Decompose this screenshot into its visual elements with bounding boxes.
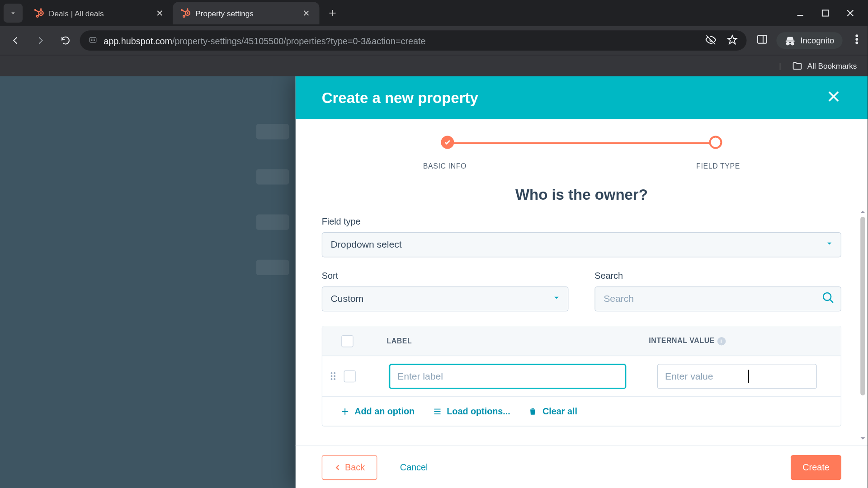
browser-tab-deals[interactable]: Deals | All deals bbox=[26, 2, 173, 24]
panel-close-button[interactable] bbox=[826, 89, 841, 107]
svg-point-11 bbox=[181, 9, 183, 11]
svg-point-5 bbox=[40, 8, 42, 10]
step-field-type-dot[interactable] bbox=[709, 136, 722, 149]
options-header-row: LABEL INTERNAL VALUEi bbox=[322, 326, 841, 356]
option-label-input[interactable] bbox=[389, 364, 627, 389]
panel-header: Create a new property bbox=[296, 76, 868, 119]
svg-rect-16 bbox=[822, 10, 828, 16]
create-button[interactable]: Create bbox=[791, 455, 841, 479]
field-type-label: Field type bbox=[322, 216, 841, 226]
option-value-input[interactable] bbox=[657, 364, 817, 389]
clear-all-button[interactable]: Clear all bbox=[528, 406, 577, 416]
panel-title: Create a new property bbox=[322, 89, 478, 106]
eye-off-icon[interactable] bbox=[705, 33, 717, 47]
field-type-select[interactable]: Dropdown select bbox=[322, 232, 841, 257]
incognito-chip[interactable]: Incognito bbox=[777, 32, 843, 49]
side-panel-icon[interactable] bbox=[756, 33, 768, 48]
tab-bar: Deals | All deals Property settings bbox=[0, 0, 868, 26]
info-icon[interactable]: i bbox=[717, 337, 725, 345]
options-table: LABEL INTERNAL VALUEi bbox=[322, 326, 841, 427]
nav-reload-button[interactable] bbox=[55, 30, 76, 51]
svg-point-20 bbox=[856, 35, 858, 37]
hubspot-icon bbox=[33, 8, 44, 19]
window-maximize-button[interactable] bbox=[821, 9, 829, 17]
svg-point-13 bbox=[187, 8, 189, 10]
bookmarks-bar: | All Bookmarks bbox=[0, 55, 868, 76]
sort-value: Custom bbox=[330, 294, 363, 305]
tab-close-button[interactable] bbox=[155, 8, 165, 18]
drag-handle-icon[interactable] bbox=[330, 372, 338, 380]
search-icon[interactable] bbox=[822, 291, 835, 307]
toolbar: app.hubspot.com/property-settings/451055… bbox=[0, 26, 868, 55]
panel-scrollbar[interactable] bbox=[859, 208, 867, 442]
new-tab-button[interactable] bbox=[324, 5, 341, 22]
col-label-header: LABEL bbox=[387, 337, 649, 345]
back-button[interactable]: Back bbox=[322, 455, 377, 479]
step-field-type-label: FIELD TYPE bbox=[696, 162, 740, 170]
folder-icon bbox=[792, 61, 803, 71]
cancel-button[interactable]: Cancel bbox=[388, 455, 439, 479]
nav-back-button[interactable] bbox=[5, 30, 26, 51]
options-actions-row: Add an option Load options... Clear all bbox=[322, 397, 841, 426]
browser-tab-property-settings[interactable]: Property settings bbox=[173, 2, 319, 24]
svg-point-9 bbox=[187, 12, 189, 14]
svg-rect-25 bbox=[434, 413, 440, 414]
step-basic-info-dot[interactable] bbox=[441, 136, 454, 149]
address-bar[interactable]: app.hubspot.com/property-settings/451055… bbox=[80, 30, 747, 51]
stepper bbox=[441, 136, 722, 162]
incognito-icon bbox=[785, 35, 796, 46]
window-close-button[interactable] bbox=[846, 9, 854, 17]
add-option-button[interactable]: Add an option bbox=[340, 406, 415, 416]
browser-chrome: Deals | All deals Property settings app.… bbox=[0, 0, 868, 76]
window-minimize-button[interactable] bbox=[796, 9, 804, 17]
incognito-label: Incognito bbox=[800, 36, 834, 45]
svg-rect-24 bbox=[434, 411, 440, 412]
hubspot-icon bbox=[180, 8, 191, 19]
step-basic-info-label: BASIC INFO bbox=[423, 162, 467, 170]
nav-forward-button[interactable] bbox=[30, 30, 51, 51]
site-info-icon[interactable] bbox=[88, 35, 98, 46]
svg-point-22 bbox=[856, 42, 858, 44]
sort-label: Sort bbox=[322, 270, 569, 280]
option-checkbox[interactable] bbox=[344, 370, 355, 382]
svg-rect-23 bbox=[434, 408, 440, 409]
bookmark-star-icon[interactable] bbox=[726, 33, 738, 47]
window-controls bbox=[796, 9, 868, 17]
create-property-panel: Create a new property BASIC INFO FIELD T… bbox=[296, 76, 868, 488]
svg-point-21 bbox=[856, 38, 858, 40]
svg-rect-18 bbox=[758, 35, 767, 43]
select-all-checkbox[interactable] bbox=[341, 335, 353, 347]
tab-search-button[interactable] bbox=[4, 4, 23, 23]
panel-footer: Back Cancel Create bbox=[296, 446, 868, 488]
url-text: app.hubspot.com/property-settings/451055… bbox=[104, 35, 425, 45]
tab-close-button[interactable] bbox=[302, 8, 311, 18]
tab-title: Deals | All deals bbox=[49, 9, 104, 18]
search-input[interactable] bbox=[604, 294, 832, 305]
caret-down-icon bbox=[552, 294, 561, 305]
browser-menu-icon[interactable] bbox=[851, 33, 863, 48]
all-bookmarks-button[interactable]: All Bookmarks bbox=[792, 61, 857, 71]
search-field-wrap bbox=[594, 286, 841, 311]
property-question: Who is the owner? bbox=[296, 186, 868, 203]
caret-down-icon bbox=[825, 239, 833, 250]
svg-point-1 bbox=[40, 12, 42, 14]
option-row bbox=[322, 356, 841, 397]
col-internal-header: INTERNAL VALUEi bbox=[649, 337, 725, 345]
svg-rect-17 bbox=[90, 37, 96, 42]
sort-select[interactable]: Custom bbox=[322, 286, 569, 311]
load-options-button[interactable]: Load options... bbox=[433, 406, 510, 416]
svg-point-3 bbox=[34, 9, 36, 11]
tab-title: Property settings bbox=[195, 9, 254, 18]
page-content: Create a new property BASIC INFO FIELD T… bbox=[0, 76, 868, 488]
search-label: Search bbox=[594, 270, 841, 280]
field-type-value: Dropdown select bbox=[330, 239, 401, 250]
